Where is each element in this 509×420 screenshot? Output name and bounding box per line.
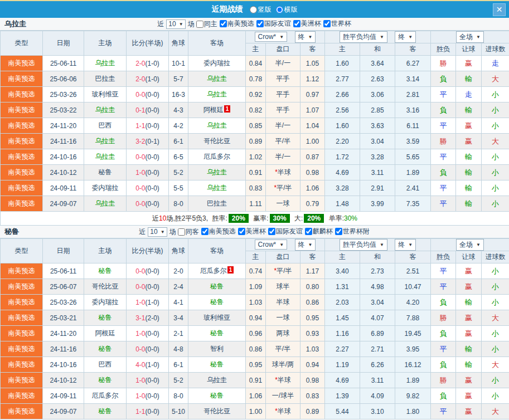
mean-time-select[interactable]: 终▼ <box>395 31 416 43</box>
result-wdl-cell: 勝 <box>431 373 456 388</box>
odds-home-cell: 0.91 <box>246 165 266 180</box>
match-date-cell: 25-06-11 <box>43 263 84 279</box>
competition-checkbox[interactable] <box>323 20 331 27</box>
away-team-cell: 委内瑞拉 <box>188 56 246 71</box>
mean-away-cell: 7.35 <box>395 196 431 212</box>
competition-filter[interactable]: 世界杯附 <box>334 227 370 236</box>
home-team-cell: 秘鲁 <box>84 341 127 357</box>
layout-vertical-radio[interactable] <box>250 6 257 13</box>
competition-label: 国际友谊 <box>276 227 303 236</box>
handicap-text: 半球 <box>278 407 291 415</box>
competition-checkbox[interactable] <box>256 20 264 27</box>
mean-type-select[interactable]: 胜平负均值▼ <box>340 239 387 251</box>
home-team-name: 委内瑞拉 <box>92 184 119 192</box>
match-count-select[interactable]: 10 ▼ <box>166 19 185 29</box>
layout-vertical-option[interactable]: 竖版 <box>248 5 272 14</box>
team-section-uruguay: 乌拉圭 近 10 ▼ 场 同主 南美预选国际友谊美洲杯世界杯 类型 <box>0 18 509 226</box>
scope-select[interactable]: 全场▼ <box>456 239 484 251</box>
handicap-text: 平手 <box>277 90 290 98</box>
mean-away-cell: 1.89 <box>395 165 431 180</box>
score-cell: 4-0(1-0) <box>127 357 169 373</box>
result-wdl-cell: 負 <box>431 102 456 118</box>
result-goals-cell: 小 <box>482 180 509 196</box>
competition-checkbox[interactable] <box>201 228 209 235</box>
result-wdl-cell: 負 <box>431 71 456 87</box>
match-type-cell: 南美预选 <box>1 165 43 180</box>
odds-away-cell: 0.98 <box>300 373 325 388</box>
mean-time-select[interactable]: 终▼ <box>395 239 416 251</box>
odds-away-cell: 0.89 <box>300 404 325 419</box>
competition-filter[interactable]: 国际友谊 <box>267 227 303 236</box>
competition-filter[interactable]: 南美预选 <box>200 227 236 236</box>
scope-select[interactable]: 全场▼ <box>456 31 484 43</box>
result-handicap-cell: 走 <box>456 87 482 102</box>
home-team-name: 巴西 <box>99 121 112 129</box>
score-cell: 1-0(0-0) <box>127 373 169 388</box>
odds-home-cell: 1.06 <box>246 388 266 404</box>
home-team-cell: 乌拉圭 <box>84 134 127 149</box>
result-group-header: 全场▼ <box>431 31 509 43</box>
filter-bar: 乌拉圭 近 10 ▼ 场 同主 南美预选国际友谊美洲杯世界杯 <box>0 18 509 31</box>
competition-filter[interactable]: 麒麟杯 <box>304 227 333 236</box>
bookmaker-select-value: Crow* <box>258 241 277 248</box>
same-venue-filter[interactable]: 同客 <box>177 227 199 237</box>
odds-home-cell: 0.74 <box>246 263 266 279</box>
match-type-cell: 南美预选 <box>1 295 43 310</box>
away-team-name: 秘鲁 <box>210 298 224 306</box>
layout-horizontal-option[interactable]: 横版 <box>274 5 298 14</box>
competition-checkbox[interactable] <box>293 20 300 27</box>
same-venue-checkbox[interactable] <box>196 21 203 28</box>
odds-time-select-value: 终 <box>298 32 305 42</box>
same-venue-filter[interactable]: 同主 <box>195 19 217 29</box>
odds-time-select[interactable]: 终▼ <box>295 239 316 251</box>
result-wdl-cell: 平 <box>431 196 456 212</box>
halftime-score: (0-0) <box>146 392 159 400</box>
mean-away-cell: 2.81 <box>395 87 431 102</box>
mean-away-cell: 16.12 <box>395 357 431 373</box>
mean-home-cell: 2.27 <box>325 341 360 357</box>
match-count-select[interactable]: 10 ▼ <box>148 227 167 237</box>
sub-col-handicap: 盘口 <box>266 251 300 263</box>
bookmaker-select[interactable]: Crow*▼ <box>255 240 288 250</box>
handicap-cell: 平/半 <box>266 341 300 357</box>
competition-filter[interactable]: 南美预选 <box>219 19 254 28</box>
corner-cell: 4-1 <box>169 295 188 310</box>
result-handicap-cell: 輸 <box>456 102 482 118</box>
single-rate-label: 单率: <box>329 214 344 222</box>
fulltime-score: 3-2 <box>135 138 145 145</box>
matches-table: 类型 日期 主场 比分(半场) 角球 客场 Crow*▼ 终▼ 胜平负均值▼ 终… <box>0 238 509 419</box>
handicap-text: 平/半 <box>275 345 290 353</box>
odds-time-select[interactable]: 终▼ <box>295 31 316 43</box>
away-team-name: 哥伦比亚 <box>203 407 230 415</box>
close-icon[interactable]: ✕ <box>493 3 506 16</box>
col-corner: 角球 <box>169 239 188 263</box>
competition-checkbox[interactable] <box>220 20 227 27</box>
layout-horizontal-radio[interactable] <box>276 6 283 13</box>
mean-type-select[interactable]: 胜平负均值▼ <box>340 31 387 43</box>
odds-home-cell: 1.09 <box>246 279 266 295</box>
away-team-name: 厄瓜多尔 <box>203 153 230 160</box>
fulltime-score: 4-0 <box>135 361 145 369</box>
competition-filter[interactable]: 美洲杯 <box>237 227 266 236</box>
competition-filter[interactable]: 国际友谊 <box>255 19 291 28</box>
match-row: 南美预选24-09-07乌拉圭0-0(0-0)8-0巴拉圭1.11一球0.791… <box>1 196 509 212</box>
competition-checkbox[interactable] <box>238 228 245 235</box>
win-rate-label: 胜率: <box>212 214 227 222</box>
competition-filter[interactable]: 世界杯 <box>322 19 351 28</box>
competition-checkbox[interactable] <box>335 228 342 235</box>
mean-away-cell: 7.88 <box>395 310 431 326</box>
bookmaker-select[interactable]: Crow*▼ <box>255 32 288 42</box>
odds-away-cell: 1.17 <box>300 263 325 279</box>
mean-draw-cell: 3.10 <box>360 404 395 419</box>
away-team-cell: 玻利维亚 <box>188 310 246 326</box>
scope-select-value: 全场 <box>459 32 473 42</box>
match-date-cell: 24-09-11 <box>43 180 84 196</box>
competition-label: 世界杯附 <box>343 227 370 236</box>
same-venue-checkbox[interactable] <box>178 228 185 236</box>
match-type-cell: 南美预选 <box>1 357 43 373</box>
col-type: 类型 <box>1 239 43 263</box>
competition-checkbox[interactable] <box>268 228 275 235</box>
competition-checkbox[interactable] <box>305 228 312 235</box>
competition-filter[interactable]: 美洲杯 <box>292 19 321 28</box>
home-team-name: 巴拉圭 <box>95 75 115 82</box>
